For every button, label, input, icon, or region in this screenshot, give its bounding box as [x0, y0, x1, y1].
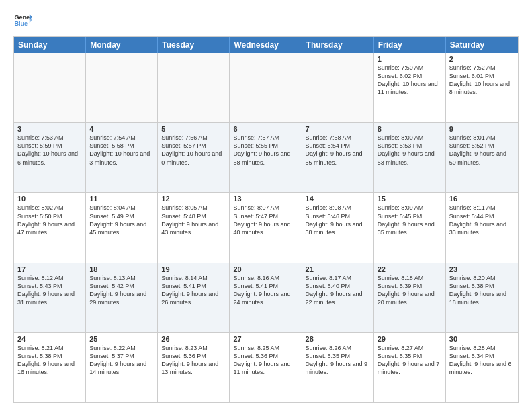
day-info: Sunrise: 7:52 AMSunset: 6:01 PMDaylight:… [449, 64, 515, 97]
calendar-week-1: 1Sunrise: 7:50 AMSunset: 6:02 PMDaylight… [14, 53, 518, 122]
day-cell-4: 4Sunrise: 7:54 AMSunset: 5:58 PMDaylight… [86, 123, 158, 192]
day-number: 5 [161, 125, 226, 133]
day-number: 19 [161, 265, 226, 273]
day-info: Sunrise: 7:54 AMSunset: 5:58 PMDaylight:… [89, 134, 154, 167]
day-number: 8 [378, 125, 442, 133]
day-cell-1: 1Sunrise: 7:50 AMSunset: 6:02 PMDaylight… [374, 53, 446, 122]
day-info: Sunrise: 8:22 AMSunset: 5:37 PMDaylight:… [89, 344, 154, 377]
empty-cell [230, 53, 302, 122]
day-number: 9 [449, 125, 515, 133]
day-number: 25 [89, 335, 154, 343]
header-friday: Friday [374, 37, 446, 53]
empty-cell [158, 53, 230, 122]
day-number: 11 [89, 195, 154, 203]
day-cell-20: 20Sunrise: 8:16 AMSunset: 5:41 PMDayligh… [230, 263, 302, 332]
day-info: Sunrise: 8:04 AMSunset: 5:49 PMDaylight:… [89, 203, 154, 236]
day-number: 3 [17, 125, 82, 133]
day-number: 30 [449, 335, 515, 343]
day-cell-12: 12Sunrise: 8:05 AMSunset: 5:48 PMDayligh… [158, 193, 230, 262]
day-cell-28: 28Sunrise: 8:26 AMSunset: 5:35 PMDayligh… [302, 333, 374, 402]
day-number: 12 [161, 195, 226, 203]
day-info: Sunrise: 7:50 AMSunset: 6:02 PMDaylight:… [378, 64, 442, 97]
day-info: Sunrise: 7:58 AMSunset: 5:54 PMDaylight:… [306, 134, 370, 167]
day-info: Sunrise: 8:13 AMSunset: 5:42 PMDaylight:… [89, 274, 154, 307]
day-cell-10: 10Sunrise: 8:02 AMSunset: 5:50 PMDayligh… [14, 193, 86, 262]
header-monday: Monday [86, 37, 158, 53]
day-cell-24: 24Sunrise: 8:21 AMSunset: 5:38 PMDayligh… [14, 333, 86, 402]
calendar-week-3: 10Sunrise: 8:02 AMSunset: 5:50 PMDayligh… [14, 192, 518, 262]
day-cell-23: 23Sunrise: 8:20 AMSunset: 5:38 PMDayligh… [446, 263, 518, 332]
calendar-header: SundayMondayTuesdayWednesdayThursdayFrid… [14, 37, 518, 53]
day-info: Sunrise: 7:53 AMSunset: 5:59 PMDaylight:… [17, 134, 82, 167]
day-number: 20 [233, 265, 298, 273]
day-number: 26 [161, 335, 226, 343]
day-cell-3: 3Sunrise: 7:53 AMSunset: 5:59 PMDaylight… [14, 123, 86, 192]
day-info: Sunrise: 8:20 AMSunset: 5:38 PMDaylight:… [449, 274, 515, 307]
header-thursday: Thursday [302, 37, 374, 53]
day-number: 27 [233, 335, 298, 343]
day-cell-19: 19Sunrise: 8:14 AMSunset: 5:41 PMDayligh… [158, 263, 230, 332]
day-cell-25: 25Sunrise: 8:22 AMSunset: 5:37 PMDayligh… [86, 333, 158, 402]
calendar: SundayMondayTuesdayWednesdayThursdayFrid… [13, 36, 519, 403]
day-number: 1 [378, 55, 442, 63]
day-info: Sunrise: 8:11 AMSunset: 5:44 PMDaylight:… [449, 203, 515, 236]
day-info: Sunrise: 8:14 AMSunset: 5:41 PMDaylight:… [161, 274, 226, 307]
day-cell-9: 9Sunrise: 8:01 AMSunset: 5:52 PMDaylight… [446, 123, 518, 192]
day-number: 6 [233, 125, 298, 133]
day-number: 21 [306, 265, 370, 273]
day-info: Sunrise: 8:02 AMSunset: 5:50 PMDaylight:… [17, 203, 82, 236]
calendar-week-2: 3Sunrise: 7:53 AMSunset: 5:59 PMDaylight… [14, 122, 518, 192]
day-cell-21: 21Sunrise: 8:17 AMSunset: 5:40 PMDayligh… [302, 263, 374, 332]
day-cell-14: 14Sunrise: 8:08 AMSunset: 5:46 PMDayligh… [302, 193, 374, 262]
day-info: Sunrise: 8:26 AMSunset: 5:35 PMDaylight:… [306, 344, 370, 377]
day-info: Sunrise: 8:08 AMSunset: 5:46 PMDaylight:… [306, 203, 370, 236]
empty-cell [14, 53, 86, 122]
day-cell-11: 11Sunrise: 8:04 AMSunset: 5:49 PMDayligh… [86, 193, 158, 262]
day-info: Sunrise: 8:21 AMSunset: 5:38 PMDaylight:… [17, 344, 82, 377]
day-cell-6: 6Sunrise: 7:57 AMSunset: 5:55 PMDaylight… [230, 123, 302, 192]
day-number: 2 [449, 55, 515, 63]
day-info: Sunrise: 8:07 AMSunset: 5:47 PMDaylight:… [233, 203, 298, 236]
day-number: 14 [306, 195, 370, 203]
header-saturday: Saturday [446, 37, 518, 53]
day-cell-30: 30Sunrise: 8:28 AMSunset: 5:34 PMDayligh… [446, 333, 518, 402]
day-info: Sunrise: 8:25 AMSunset: 5:36 PMDaylight:… [233, 344, 298, 377]
day-number: 17 [17, 265, 82, 273]
day-number: 4 [89, 125, 154, 133]
day-info: Sunrise: 8:28 AMSunset: 5:34 PMDaylight:… [449, 344, 515, 377]
day-number: 22 [378, 265, 442, 273]
svg-text:Blue: Blue [14, 20, 28, 27]
day-cell-8: 8Sunrise: 8:00 AMSunset: 5:53 PMDaylight… [374, 123, 446, 192]
day-cell-7: 7Sunrise: 7:58 AMSunset: 5:54 PMDaylight… [302, 123, 374, 192]
header-wednesday: Wednesday [230, 37, 302, 53]
day-number: 23 [449, 265, 515, 273]
day-cell-18: 18Sunrise: 8:13 AMSunset: 5:42 PMDayligh… [86, 263, 158, 332]
day-cell-13: 13Sunrise: 8:07 AMSunset: 5:47 PMDayligh… [230, 193, 302, 262]
day-cell-5: 5Sunrise: 7:56 AMSunset: 5:57 PMDaylight… [158, 123, 230, 192]
day-info: Sunrise: 8:18 AMSunset: 5:39 PMDaylight:… [378, 274, 442, 307]
day-info: Sunrise: 8:27 AMSunset: 5:35 PMDaylight:… [378, 344, 442, 377]
day-number: 24 [17, 335, 82, 343]
logo-icon: General Blue [13, 11, 32, 30]
day-info: Sunrise: 8:01 AMSunset: 5:52 PMDaylight:… [449, 134, 515, 167]
day-cell-15: 15Sunrise: 8:09 AMSunset: 5:45 PMDayligh… [374, 193, 446, 262]
calendar-week-5: 24Sunrise: 8:21 AMSunset: 5:38 PMDayligh… [14, 332, 518, 402]
day-info: Sunrise: 8:16 AMSunset: 5:41 PMDaylight:… [233, 274, 298, 307]
day-info: Sunrise: 8:05 AMSunset: 5:48 PMDaylight:… [161, 203, 226, 236]
day-info: Sunrise: 8:23 AMSunset: 5:36 PMDaylight:… [161, 344, 226, 377]
day-number: 13 [233, 195, 298, 203]
day-cell-2: 2Sunrise: 7:52 AMSunset: 6:01 PMDaylight… [446, 53, 518, 122]
header-tuesday: Tuesday [158, 37, 230, 53]
day-info: Sunrise: 8:17 AMSunset: 5:40 PMDaylight:… [306, 274, 370, 307]
day-cell-26: 26Sunrise: 8:23 AMSunset: 5:36 PMDayligh… [158, 333, 230, 402]
calendar-body: 1Sunrise: 7:50 AMSunset: 6:02 PMDaylight… [14, 53, 518, 402]
empty-cell [302, 53, 374, 122]
day-number: 29 [378, 335, 442, 343]
day-cell-16: 16Sunrise: 8:11 AMSunset: 5:44 PMDayligh… [446, 193, 518, 262]
logo: General Blue [13, 11, 32, 30]
day-number: 15 [378, 195, 442, 203]
day-info: Sunrise: 8:00 AMSunset: 5:53 PMDaylight:… [378, 134, 442, 167]
calendar-week-4: 17Sunrise: 8:12 AMSunset: 5:43 PMDayligh… [14, 263, 518, 332]
empty-cell [86, 53, 158, 122]
day-cell-29: 29Sunrise: 8:27 AMSunset: 5:35 PMDayligh… [374, 333, 446, 402]
